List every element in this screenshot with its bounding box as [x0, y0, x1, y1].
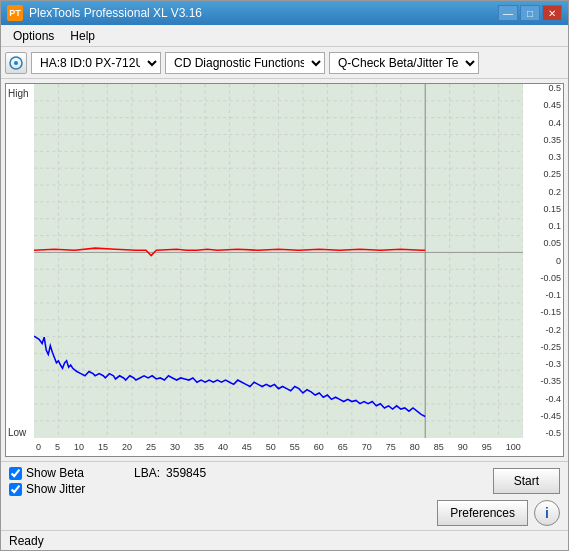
title-bar-left: PT PlexTools Professional XL V3.16: [7, 5, 202, 21]
y-label-19: -0.45: [525, 412, 561, 421]
chart-y-axis: 0.5 0.45 0.4 0.35 0.3 0.25 0.2 0.15 0.1 …: [523, 84, 563, 438]
x-label-4: 20: [122, 442, 132, 452]
bottom-buttons: Start: [493, 468, 560, 494]
y-label-16: -0.3: [525, 360, 561, 369]
window-controls: — □ ✕: [498, 5, 562, 21]
lba-value: 359845: [166, 466, 206, 480]
x-label-8: 40: [218, 442, 228, 452]
x-label-1: 5: [55, 442, 60, 452]
x-label-15: 75: [386, 442, 396, 452]
toolbar: HA:8 ID:0 PX-712UF CD Diagnostic Functio…: [1, 47, 568, 79]
x-label-2: 10: [74, 442, 84, 452]
show-jitter-label[interactable]: Show Jitter: [9, 482, 206, 496]
chart-x-axis: 0 5 10 15 20 25 30 35 40 45 50 55 60 65 …: [34, 438, 523, 456]
maximize-button[interactable]: □: [520, 5, 540, 21]
close-button[interactable]: ✕: [542, 5, 562, 21]
x-label-14: 70: [362, 442, 372, 452]
chart-low-label: Low: [8, 427, 26, 438]
y-label-9: 0.05: [525, 239, 561, 248]
y-label-4: 0.3: [525, 153, 561, 162]
menu-bar: Options Help: [1, 25, 568, 47]
x-label-20: 100: [506, 442, 521, 452]
y-label-0: 0.5: [525, 84, 561, 93]
drive-select[interactable]: HA:8 ID:0 PX-712UF: [31, 52, 161, 74]
toolbar-drive-icon[interactable]: [5, 52, 27, 74]
y-label-1: 0.45: [525, 101, 561, 110]
title-bar: PT PlexTools Professional XL V3.16 — □ ✕: [1, 1, 568, 25]
x-label-9: 45: [242, 442, 252, 452]
pref-row: Preferences i: [9, 500, 560, 526]
svg-point-1: [14, 61, 18, 65]
x-label-11: 55: [290, 442, 300, 452]
y-label-11: -0.05: [525, 274, 561, 283]
y-label-6: 0.2: [525, 188, 561, 197]
show-beta-label[interactable]: Show Beta: [9, 466, 84, 480]
x-label-6: 30: [170, 442, 180, 452]
chart-high-label: High: [8, 88, 29, 99]
lba-section: LBA: 359845: [134, 466, 206, 480]
x-label-0: 0: [36, 442, 41, 452]
chart-svg: [34, 84, 523, 438]
show-jitter-checkbox[interactable]: [9, 483, 22, 496]
row-beta-lba: Show Beta LBA: 359845: [9, 466, 206, 480]
menu-options[interactable]: Options: [5, 27, 62, 45]
main-window: PT PlexTools Professional XL V3.16 — □ ✕…: [0, 0, 569, 551]
window-title: PlexTools Professional XL V3.16: [29, 6, 202, 20]
app-icon: PT: [7, 5, 23, 21]
y-label-18: -0.4: [525, 395, 561, 404]
x-label-17: 85: [434, 442, 444, 452]
minimize-button[interactable]: —: [498, 5, 518, 21]
y-label-14: -0.2: [525, 326, 561, 335]
y-label-12: -0.1: [525, 291, 561, 300]
y-label-17: -0.35: [525, 377, 561, 386]
show-beta-checkbox[interactable]: [9, 467, 22, 480]
y-label-20: -0.5: [525, 429, 561, 438]
menu-help[interactable]: Help: [62, 27, 103, 45]
y-label-2: 0.4: [525, 119, 561, 128]
function-select[interactable]: CD Diagnostic Functions: [165, 52, 325, 74]
chart-canvas: [34, 84, 523, 438]
bottom-actions-row: Show Beta LBA: 359845 Show Jitter Start: [9, 466, 560, 496]
preferences-button[interactable]: Preferences: [437, 500, 528, 526]
x-label-7: 35: [194, 442, 204, 452]
y-label-3: 0.35: [525, 136, 561, 145]
x-label-19: 95: [482, 442, 492, 452]
y-label-5: 0.25: [525, 170, 561, 179]
x-label-5: 25: [146, 442, 156, 452]
x-label-10: 50: [266, 442, 276, 452]
lba-label: LBA:: [134, 466, 160, 480]
start-button[interactable]: Start: [493, 468, 560, 494]
y-label-13: -0.15: [525, 308, 561, 317]
x-label-18: 90: [458, 442, 468, 452]
x-label-12: 60: [314, 442, 324, 452]
status-text: Ready: [9, 534, 44, 548]
status-bar: Ready: [1, 530, 568, 550]
chart-wrapper: High Low: [5, 83, 564, 457]
checks-lba: Show Beta LBA: 359845 Show Jitter: [9, 466, 206, 496]
y-label-10: 0: [525, 257, 561, 266]
x-label-3: 15: [98, 442, 108, 452]
y-label-15: -0.25: [525, 343, 561, 352]
x-label-13: 65: [338, 442, 348, 452]
bottom-panel: Show Beta LBA: 359845 Show Jitter Start: [1, 461, 568, 530]
info-button[interactable]: i: [534, 500, 560, 526]
y-label-8: 0.1: [525, 222, 561, 231]
row-jitter: Show Jitter: [9, 482, 206, 496]
y-label-7: 0.15: [525, 205, 561, 214]
test-select[interactable]: Q-Check Beta/Jitter Test: [329, 52, 479, 74]
chart-area: High Low: [1, 79, 568, 461]
x-label-16: 80: [410, 442, 420, 452]
